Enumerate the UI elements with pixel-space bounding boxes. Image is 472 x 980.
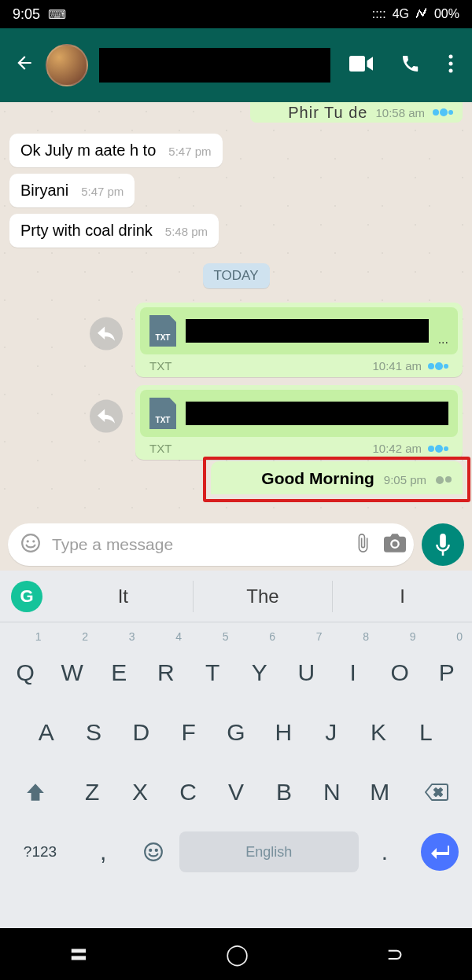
- home-button[interactable]: ◯: [226, 942, 249, 967]
- battery-percent: 00%: [434, 7, 459, 21]
- key-z[interactable]: Z: [69, 767, 115, 817]
- file-attachment[interactable]: TXT: [140, 390, 458, 437]
- outgoing-message-partial[interactable]: Phir Tu de 10:58 am: [250, 102, 463, 123]
- svg-point-3: [22, 534, 39, 552]
- back-button[interactable]: ⊂: [386, 942, 404, 967]
- txt-file-icon: TXT: [149, 315, 176, 347]
- key-i[interactable]: 8I: [331, 648, 376, 698]
- message-time: 5:47 pm: [168, 145, 211, 158]
- key-k[interactable]: K: [356, 707, 400, 758]
- svg-point-6: [145, 843, 162, 861]
- keyboard-row-4: ?123 , English .: [0, 822, 472, 885]
- emoji-picker-icon[interactable]: [20, 533, 41, 556]
- message-text: Ok July m aate h to: [20, 141, 156, 160]
- recent-apps-button[interactable]: 〓: [68, 941, 89, 968]
- read-receipt-icon: [428, 445, 448, 453]
- file-type-label: TXT: [149, 442, 171, 455]
- message-input-bar: Type a message: [0, 519, 472, 571]
- key-j[interactable]: J: [308, 707, 353, 758]
- symbols-key[interactable]: ?123: [3, 827, 77, 877]
- highlight-box: [203, 457, 470, 502]
- message-text: Prty with coal drink: [20, 222, 153, 240]
- outgoing-file-message[interactable]: TXT ... TXT 10:41 am: [135, 303, 463, 377]
- chat-header: [0, 28, 472, 102]
- soft-keyboard: G It The I 1Q2W3E4R5T6Y7U8I9O0P ASDFGHJK…: [0, 571, 472, 928]
- svg-point-8: [155, 850, 157, 851]
- key-x[interactable]: X: [117, 767, 163, 817]
- file-type-label: TXT: [149, 359, 171, 373]
- key-r[interactable]: 4R: [144, 648, 189, 698]
- incoming-message[interactable]: Biryani 5:47 pm: [9, 174, 135, 207]
- key-u[interactable]: 7U: [284, 648, 329, 698]
- message-time: 10:58 am: [375, 106, 425, 119]
- message-time: 5:47 pm: [81, 185, 124, 198]
- keyboard-indicator-icon: ⌨: [48, 7, 66, 22]
- emoji-key[interactable]: [129, 827, 176, 877]
- key-e[interactable]: 3E: [97, 648, 142, 698]
- keyboard-row-2: ASDFGHJKL: [0, 703, 472, 762]
- voice-call-icon[interactable]: [401, 54, 420, 76]
- suggestion-3[interactable]: I: [333, 581, 472, 612]
- suggestion-2[interactable]: The: [194, 581, 334, 612]
- key-v[interactable]: V: [213, 767, 259, 817]
- message-input[interactable]: Type a message: [8, 523, 414, 566]
- attach-icon[interactable]: [352, 533, 373, 556]
- incoming-message[interactable]: Prty with coal drink 5:48 pm: [9, 214, 219, 248]
- keyboard-row-1: 1Q2W3E4R5T6Y7U8I9O0P: [0, 622, 472, 703]
- network-label: 4G: [393, 7, 409, 21]
- camera-icon[interactable]: [384, 534, 406, 556]
- svg-point-2: [449, 69, 453, 73]
- key-d[interactable]: D: [119, 707, 164, 758]
- txt-file-icon: TXT: [149, 398, 176, 429]
- date-separator: TODAY: [203, 263, 270, 288]
- suggestion-1[interactable]: It: [53, 581, 194, 612]
- key-c[interactable]: C: [165, 767, 211, 817]
- key-b[interactable]: B: [261, 767, 307, 817]
- more-menu-icon[interactable]: [448, 54, 453, 76]
- video-call-icon[interactable]: [349, 56, 373, 75]
- keyboard-row-3: ZXCVBNM: [0, 762, 472, 822]
- comma-key[interactable]: ,: [79, 827, 127, 877]
- shift-key[interactable]: [3, 767, 67, 817]
- outgoing-file-message[interactable]: TXT TXT 10:42 am: [135, 385, 463, 460]
- input-placeholder: Type a message: [52, 535, 341, 554]
- key-f[interactable]: F: [166, 707, 211, 758]
- svg-point-0: [449, 55, 453, 59]
- contact-name-redacted[interactable]: [99, 48, 330, 83]
- key-y[interactable]: 6Y: [238, 648, 282, 698]
- key-o[interactable]: 9O: [378, 648, 422, 698]
- contact-avatar[interactable]: [46, 44, 88, 86]
- chat-messages-area[interactable]: Phir Tu de 10:58 am Ok July m aate h to …: [0, 102, 472, 570]
- forward-icon[interactable]: [90, 399, 123, 432]
- message-time: 10:42 am: [372, 442, 422, 455]
- space-key[interactable]: English: [179, 831, 359, 872]
- grammarly-icon[interactable]: G: [11, 581, 42, 612]
- key-t[interactable]: 5T: [190, 648, 235, 698]
- key-n[interactable]: N: [309, 767, 355, 817]
- forward-icon[interactable]: [90, 317, 123, 350]
- back-arrow-icon[interactable]: [14, 53, 35, 79]
- key-s[interactable]: S: [71, 707, 116, 758]
- file-name-redacted: [186, 402, 448, 425]
- svg-point-4: [27, 540, 29, 542]
- file-name-ellipsis: ...: [438, 332, 448, 347]
- period-key[interactable]: .: [361, 827, 408, 877]
- key-p[interactable]: 0P: [425, 648, 470, 698]
- key-q[interactable]: 1Q: [3, 648, 48, 698]
- key-w[interactable]: 2W: [50, 648, 95, 698]
- key-g[interactable]: G: [213, 707, 258, 758]
- status-bar: 9:05 ⌨ :::: 4G 🗲 00%: [0, 0, 472, 28]
- key-l[interactable]: L: [404, 707, 448, 758]
- svg-point-7: [149, 850, 151, 851]
- file-attachment[interactable]: TXT ...: [140, 307, 458, 354]
- svg-point-5: [32, 540, 35, 542]
- enter-key[interactable]: [411, 827, 469, 877]
- key-m[interactable]: M: [357, 767, 403, 817]
- key-a[interactable]: A: [24, 707, 68, 758]
- incoming-message[interactable]: Ok July m aate h to 5:47 pm: [9, 134, 223, 167]
- voice-message-button[interactable]: [422, 523, 464, 566]
- message-text: Biryani: [20, 182, 68, 200]
- status-time: 9:05: [13, 6, 40, 23]
- backspace-key[interactable]: [405, 767, 469, 817]
- key-h[interactable]: H: [261, 707, 306, 758]
